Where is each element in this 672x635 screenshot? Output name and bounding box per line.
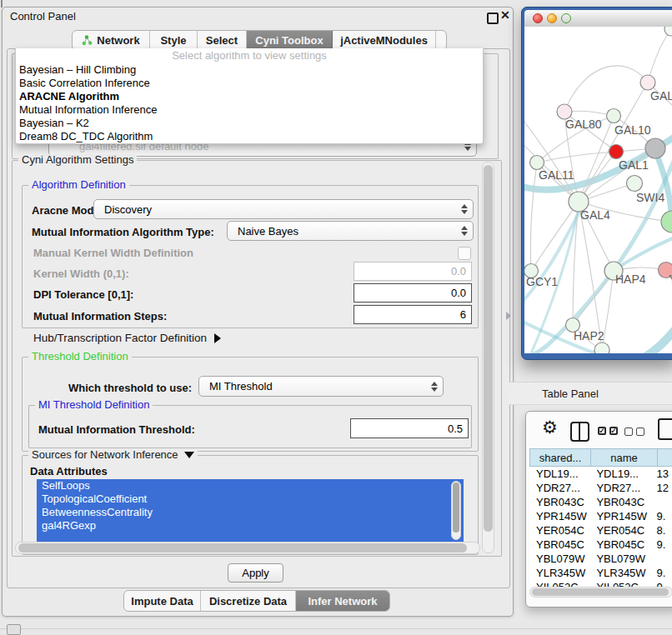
svg-text:GAL: GAL (650, 89, 672, 102)
dropdown-item[interactable]: Dream8 DC_TDC Algorithm (16, 130, 483, 143)
sources-title-row[interactable]: Sources for Network Inference (28, 449, 198, 461)
data-attributes-label: Data Attributes (30, 465, 108, 478)
hub-definition-toggle[interactable]: Hub/Transcription Factor Definition (33, 332, 221, 344)
table-hscrollbar[interactable] (529, 587, 672, 598)
mi-threshold-field[interactable]: 0.5 (350, 418, 469, 438)
svg-text:GCY1: GCY1 (526, 275, 558, 288)
svg-text:GAL80: GAL80 (565, 118, 602, 131)
attribute-item[interactable]: SelfLoops (37, 479, 464, 492)
table-row[interactable]: YBR045CYBR045C9. (529, 538, 672, 552)
network-canvas[interactable]: GAL GAL80 GAL10 GAL1 GAL11 SWI4 GAL4 GCY… (524, 27, 672, 353)
table-row-partial[interactable]: YIL052CYIL052C9. (529, 580, 672, 587)
node-unnamed-gray[interactable] (645, 138, 665, 158)
tab-jactivemnodules[interactable]: jActiveMNodules (333, 31, 436, 50)
node-edge-partial[interactable] (664, 27, 672, 36)
svg-text:GAL10: GAL10 (614, 123, 651, 137)
node-bottom[interactable] (594, 342, 609, 353)
manual-kernel-label: Manual Kernel Width Definition (33, 247, 193, 259)
svg-text:GAL4: GAL4 (580, 208, 610, 222)
network-graph: GAL GAL80 GAL10 GAL1 GAL11 SWI4 GAL4 GCY… (524, 27, 672, 353)
splitter-expand-icon[interactable] (506, 312, 511, 320)
settings-gear-icon[interactable]: ⚙ (542, 418, 558, 436)
panel-grip-icon[interactable] (7, 624, 21, 635)
dropdown-item[interactable]: Basic Correlation Inference (16, 77, 483, 90)
svg-text:HAP4: HAP4 (615, 272, 646, 286)
tab-discretize-data[interactable]: Discretize Data (201, 591, 296, 611)
node-swi4[interactable] (627, 176, 643, 192)
table-row[interactable]: YLR345WYLR345W9. (529, 566, 672, 580)
table-row[interactable]: YPR145WYPR145W9. (529, 509, 672, 523)
new-table-icon[interactable] (658, 418, 672, 440)
table-header-row: shared... name (529, 448, 672, 467)
dropdown-item-aracne[interactable]: ARACNE Algorithm (16, 90, 483, 103)
which-threshold-combo[interactable]: MI Threshold (198, 376, 444, 397)
tab-style[interactable]: Style (150, 31, 198, 50)
table-row[interactable]: YER054CYER054C8. (529, 523, 672, 538)
tabbar-filler (436, 31, 446, 50)
attribute-item[interactable]: gal4RGexp (37, 519, 464, 532)
tab-network-label: Network (97, 34, 139, 47)
tab-impute-data[interactable]: Impute Data (124, 591, 201, 611)
mi-steps-field[interactable]: 6 (354, 305, 472, 324)
aracne-mode-combo[interactable]: Discovery (93, 199, 474, 219)
table-row[interactable]: YDR27...YDR27...12 (529, 481, 672, 495)
dropdown-item[interactable]: Bayesian – Hill Climbing (16, 63, 483, 77)
window-edge-artifact (1, 0, 3, 8)
node-green-right[interactable] (661, 211, 672, 232)
settings-hscrollbar[interactable] (15, 542, 480, 554)
which-threshold-label: Which threshold to use: (68, 382, 192, 394)
node-gal1[interactable] (609, 145, 624, 159)
algorithm-definition-title: Algorithm Definition (28, 179, 129, 191)
svg-text:GAL11: GAL11 (539, 168, 574, 182)
table-row[interactable]: YBR043CYBR043C (529, 495, 672, 509)
mi-type-label: Mutual Information Algorithm Type: (32, 226, 214, 238)
kernel-width-field[interactable]: 0.0 (354, 262, 472, 281)
table-panel-title: Table Panel (542, 388, 599, 400)
tab-infer-network[interactable]: Infer Network (296, 591, 389, 611)
apply-button[interactable]: Apply (228, 563, 283, 582)
node-gal-partial[interactable] (640, 75, 655, 90)
column-header-shared[interactable]: shared... (529, 448, 591, 467)
svg-text:Y: Y (669, 272, 672, 286)
float-window-icon[interactable] (487, 12, 499, 24)
column-header-partial[interactable] (658, 448, 672, 467)
node-gal11[interactable] (530, 156, 544, 170)
attribute-item-partial (37, 532, 464, 542)
deselect-all-columns-icon[interactable] (624, 428, 644, 436)
kernel-width-label: Kernel Width (0,1): (33, 268, 129, 280)
columns-icon[interactable] (570, 422, 589, 442)
attribute-item[interactable]: TopologicalCoefficient (37, 492, 464, 506)
node-gal10[interactable] (607, 109, 621, 123)
dpi-tolerance-field[interactable]: 0.0 (354, 283, 472, 302)
dropdown-placeholder: Select algorithm to view settings (16, 48, 483, 63)
algorithm-dropdown-popup: Select algorithm to view settings Bayesi… (15, 48, 484, 144)
table-body: YDL19...YDL19...13 YDR27...YDR27...12 YB… (529, 467, 672, 587)
bottom-strip (0, 628, 672, 635)
table-panel-header: Table Panel (509, 382, 672, 405)
table-panel-window: ⚙ ✓✓ shared... name YDL19...YDL19...13 Y… (525, 411, 672, 608)
svg-text:SWI4: SWI4 (636, 191, 664, 204)
dropdown-item[interactable]: Bayesian – K2 (16, 117, 483, 130)
select-all-columns-icon[interactable]: ✓✓ (598, 427, 618, 435)
close-icon[interactable]: ✕ (500, 8, 510, 22)
column-header-name[interactable]: name (591, 448, 658, 467)
data-attributes-list[interactable]: SelfLoops TopologicalCoefficient Between… (37, 479, 464, 542)
tab-network[interactable]: Network (73, 31, 150, 50)
table-row[interactable]: YBL079WYBL079W (529, 552, 672, 566)
expand-right-icon (214, 333, 221, 343)
tab-cyni-toolbox[interactable]: Cyni Toolbox (247, 31, 333, 50)
threshold-definition-title: Threshold Definition (28, 351, 132, 362)
attribute-item[interactable]: BetweennessCentrality (37, 506, 464, 519)
attribute-list-scrollbar[interactable] (451, 481, 461, 540)
tab-select[interactable]: Select (198, 31, 247, 50)
dropdown-item[interactable]: Mutual Information Inference (16, 103, 483, 117)
settings-vscrollbar[interactable] (482, 162, 494, 553)
cyni-bottom-tabbar: Impute Data Discretize Data Infer Networ… (123, 590, 390, 612)
close-traffic-light[interactable] (533, 13, 543, 23)
cyni-settings-title: Cyni Algorithm Settings (18, 154, 137, 166)
zoom-traffic-light[interactable] (561, 13, 571, 23)
mi-type-combo[interactable]: Naive Bayes (227, 221, 474, 241)
manual-kernel-checkbox[interactable] (458, 247, 471, 260)
minimize-traffic-light[interactable] (547, 13, 557, 23)
table-row[interactable]: YDL19...YDL19...13 (529, 467, 672, 481)
